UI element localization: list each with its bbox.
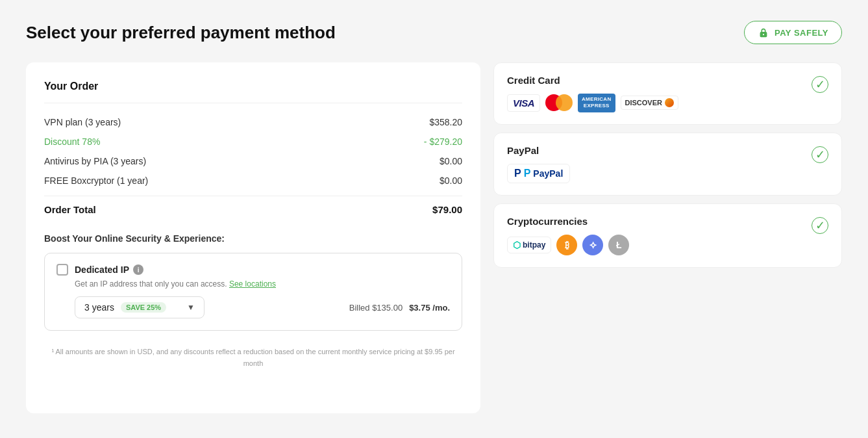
order-item-boxcryptor: FREE Boxcryptor (1 year) $0.00 (44, 171, 462, 190)
paypal-chevron-icon[interactable]: ✓ (812, 146, 828, 163)
billed-amount: Billed $135.00 (349, 303, 403, 313)
order-panel: Your Order VPN plan (3 years) $358.20 Di… (26, 62, 480, 413)
billing-info: Billed $135.00 $3.75 /mo. (349, 303, 450, 313)
order-divider (44, 103, 462, 103)
dedicated-ip-label: Dedicated IP i (75, 264, 143, 275)
mastercard-orange-circle (556, 94, 573, 111)
payment-option-paypal[interactable]: PayPal PP PayPal ✓ (493, 133, 842, 196)
order-total-amount: $79.00 (432, 204, 462, 215)
visa-logo: VISA (507, 94, 540, 112)
credit-card-chevron-icon[interactable]: ✓ (812, 76, 828, 93)
pay-safely-label: PAY SAFELY (775, 28, 828, 38)
order-item-boxcryptor-label: FREE Boxcryptor (1 year) (44, 175, 148, 186)
boost-title: Boost Your Online Security & Experience: (44, 233, 462, 244)
order-item-boxcryptor-amount: $0.00 (440, 175, 462, 186)
paypal-logo: PP PayPal (507, 164, 570, 183)
order-item-vpn: VPN plan (3 years) $358.20 (44, 112, 462, 132)
order-item-antivirus-amount: $0.00 (440, 156, 462, 166)
mastercard-logo (545, 94, 573, 111)
page-title: Select your preferred payment method (26, 23, 336, 43)
paypal-title: PayPal (507, 145, 570, 156)
see-locations-link[interactable]: See locations (229, 279, 276, 289)
order-item-vpn-label: VPN plan (3 years) (44, 117, 121, 127)
order-item-discount-amount: - $279.20 (424, 136, 462, 147)
disclaimer: ¹ All amounts are shown in USD, and any … (44, 346, 462, 369)
ethereum-icon: ⟡ (582, 235, 603, 255)
dedicated-ip-description: Get an IP address that only you can acce… (75, 279, 450, 289)
credit-card-logos: VISA AMERICANEXPRESS DISCOVER (507, 94, 678, 112)
order-item-vpn-amount: $358.20 (429, 117, 462, 127)
order-total-label: Order Total (44, 204, 96, 215)
order-total-row: Order Total $79.00 (44, 196, 462, 220)
save-badge: SAVE 25% (121, 302, 166, 313)
order-item-antivirus: Antivirus by PIA (3 years) $0.00 (44, 151, 462, 171)
payment-option-credit-card[interactable]: Credit Card VISA AMERICANEXPRESS DISCOVE… (493, 62, 842, 125)
discover-dot (665, 98, 674, 107)
bitpay-logo: ⬡ bitpay (507, 237, 551, 253)
years-label: 3 years (84, 302, 114, 313)
pay-safely-button[interactable]: PAY SAFELY (744, 21, 842, 44)
order-item-discount: Discount 78% - $279.20 (44, 132, 462, 151)
amex-logo: AMERICANEXPRESS (578, 94, 615, 112)
bitcoin-icon: ₿ (556, 235, 577, 255)
crypto-chevron-icon[interactable]: ✓ (812, 217, 828, 234)
dedicated-ip-card: Dedicated IP i Get an IP address that on… (44, 253, 462, 331)
boost-section: Boost Your Online Security & Experience:… (44, 233, 462, 331)
discover-logo: DISCOVER (621, 96, 678, 110)
order-item-antivirus-label: Antivirus by PIA (3 years) (44, 156, 146, 166)
payment-option-crypto[interactable]: Cryptocurrencies ⬡ bitpay ₿ ⟡ Ł ✓ (493, 203, 842, 268)
years-chevron-icon: ▼ (187, 303, 195, 312)
litecoin-icon: Ł (608, 235, 629, 255)
lock-icon (758, 27, 769, 38)
dedicated-ip-info-icon[interactable]: i (133, 264, 143, 275)
paypal-logos: PP PayPal (507, 164, 570, 183)
payment-panel: Credit Card VISA AMERICANEXPRESS DISCOVE… (493, 62, 842, 268)
order-title: Your Order (44, 81, 462, 92)
dedicated-ip-checkbox[interactable] (56, 264, 68, 276)
years-select[interactable]: 3 years SAVE 25% ▼ (75, 296, 205, 318)
price-per-month: $3.75 /mo. (409, 303, 450, 313)
order-item-discount-label: Discount 78% (44, 136, 100, 147)
crypto-logos: ⬡ bitpay ₿ ⟡ Ł (507, 235, 629, 255)
credit-card-title: Credit Card (507, 75, 678, 86)
crypto-title: Cryptocurrencies (507, 216, 629, 227)
svg-point-1 (763, 34, 764, 35)
